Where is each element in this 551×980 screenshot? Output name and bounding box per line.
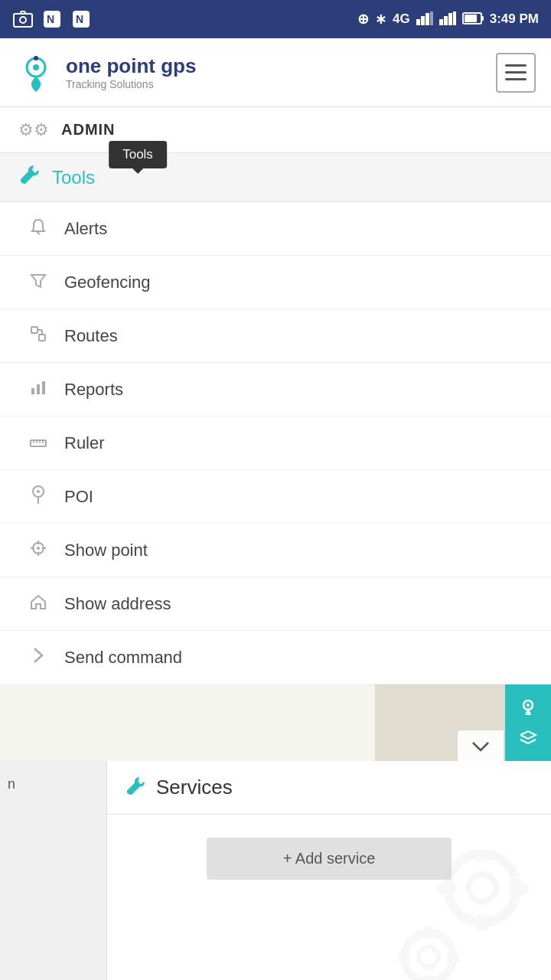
svg-marker-6 [416,19,420,25]
signal2-icon [439,11,456,28]
tools-header[interactable]: Tools Tools [0,153,551,202]
svg-point-19 [34,56,38,60]
svg-text:N: N [47,13,54,25]
admin-label: ADMIN [61,121,116,139]
app-header: one point gps Tracking Solutions [0,38,551,107]
showaddress-label: Show address [64,594,171,614]
menu-item-showaddress[interactable]: Show address [0,577,551,631]
menu-item-showpoint[interactable]: Show point [0,524,551,577]
svg-line-20 [37,232,40,234]
menu-item-geofencing[interactable]: Geofencing [0,256,551,309]
svg-marker-7 [421,16,425,25]
logo-title: one point gps [66,54,196,78]
bluetooth-icon: ∗ [375,11,386,28]
svg-point-45 [468,874,496,902]
filter-icon [28,272,49,293]
logo-subtitle: Tracking Solutions [66,78,196,90]
menu-item-reports[interactable]: Reports [0,363,551,416]
wifi-circle-icon: ⊕ [357,11,369,28]
crosshair-icon [28,540,49,561]
map-left-panel [0,684,375,761]
svg-rect-27 [37,384,40,394]
map-layers-button[interactable] [505,715,551,761]
svg-marker-9 [430,11,433,25]
photo-icon [12,8,34,30]
svg-marker-11 [444,16,448,25]
svg-point-53 [404,933,453,980]
svg-marker-12 [448,13,452,25]
status-bar-right: ⊕ ∗ 4G 3:49 PM [357,11,539,28]
svg-point-43 [527,704,530,707]
logo-area: one point gps Tracking Solutions [15,52,196,93]
bell-icon [28,218,49,240]
svg-marker-13 [453,11,456,25]
svg-rect-16 [481,16,484,21]
poi-icon [28,485,49,508]
n-icon1: N [41,8,63,30]
services-label: Services [156,776,233,799]
sendcommand-label: Send command [64,648,182,668]
svg-rect-55 [424,926,433,939]
svg-marker-10 [439,19,443,25]
home-icon [28,593,49,615]
svg-rect-57 [398,952,410,962]
tools-tooltip: Tools [109,141,167,168]
menu-item-alerts[interactable]: Alerts [0,202,551,256]
svg-rect-22 [31,327,37,333]
gears-decoration [390,850,543,980]
services-header: Services [107,761,551,815]
bottom-panel: n Services + Add service [0,761,551,980]
alerts-label: Alerts [64,219,107,239]
svg-rect-26 [31,388,34,394]
status-bar-left: N N [12,8,92,30]
map-area [0,684,551,761]
menu-item-routes[interactable]: Routes [0,309,551,363]
admin-gear-icon: ⚙⚙ [18,120,49,140]
svg-point-35 [37,490,40,493]
showpoint-label: Show point [64,541,148,560]
svg-point-44 [448,854,517,923]
hamburger-menu[interactable] [496,53,536,93]
poi-label: POI [64,487,93,507]
routes-icon [28,325,49,347]
hamburger-line2 [505,71,527,74]
app-logo [15,52,57,93]
chevron-right-icon [28,647,49,668]
bottom-left-panel: n [0,761,107,980]
status-bar: N N ⊕ ∗ 4G 3:49 PM [0,0,551,38]
n-icon2: N [70,8,92,30]
routes-label: Routes [64,326,118,346]
menu-item-sendcommand[interactable]: Send command [0,631,551,684]
svg-text:N: N [76,13,83,25]
svg-rect-28 [42,381,45,394]
admin-row: ⚙⚙ ADMIN [0,107,551,153]
svg-rect-23 [39,335,45,341]
time-display: 3:49 PM [490,11,539,27]
svg-rect-15 [465,15,477,22]
hamburger-line3 [505,78,527,80]
svg-marker-8 [425,13,429,25]
tools-wrench-icon [18,164,40,191]
hamburger-line1 [505,64,527,67]
bottom-right-panel: Services + Add service [107,761,551,980]
signal-icon [416,11,433,28]
bottom-left-text: n [8,776,15,792]
svg-rect-47 [476,915,488,930]
expand-button[interactable] [458,730,504,761]
ruler-label: Ruler [64,433,105,453]
svg-rect-29 [31,440,46,446]
menu-item-poi[interactable]: POI [0,470,551,524]
tools-label: Tools [52,167,95,188]
svg-rect-56 [424,975,433,980]
logo-text: one point gps Tracking Solutions [66,54,196,90]
geofencing-label: Geofencing [64,273,151,292]
battery-icon [462,12,484,27]
reports-label: Reports [64,380,123,400]
svg-point-41 [37,547,40,550]
svg-marker-21 [31,275,45,287]
chart-icon [28,379,49,400]
network-label: 4G [393,11,410,27]
svg-rect-0 [14,14,32,27]
menu-item-ruler[interactable]: Ruler [0,416,551,470]
ruler-icon [28,433,49,453]
